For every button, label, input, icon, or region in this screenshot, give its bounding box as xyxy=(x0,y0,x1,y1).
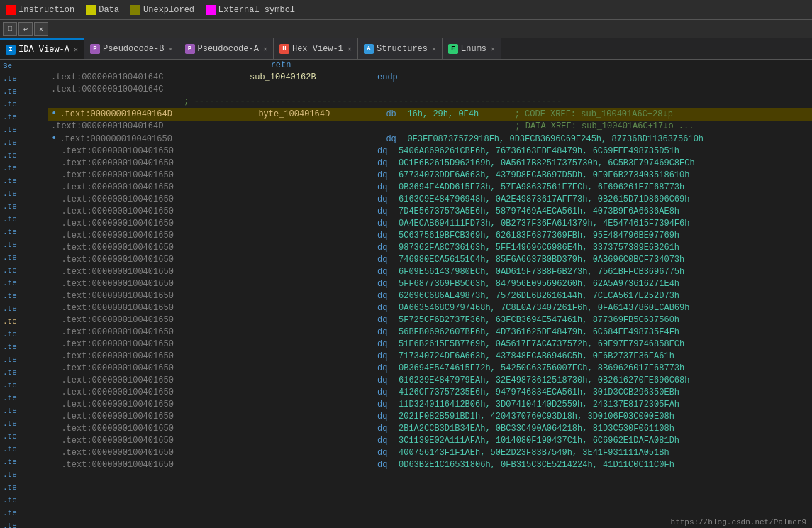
label: sub_10040162B xyxy=(250,72,377,84)
sidebar-item[interactable]: .te xyxy=(0,379,48,392)
addr: .text:0000000100401650 xyxy=(51,314,250,326)
legend-data: Data xyxy=(86,5,119,15)
sidebar-item[interactable]: .te xyxy=(0,302,48,315)
operands: 746980ECA56151C4h, 85F6A6637B0BD379h, 0A… xyxy=(399,254,684,266)
sidebar-item[interactable]: .te xyxy=(0,111,48,123)
sidebar-item[interactable]: .te xyxy=(0,251,48,264)
code-line-blank: .text:000000010040164C xyxy=(48,84,812,96)
sidebar-item-highlighted[interactable]: .te xyxy=(0,315,48,328)
sidebar-item[interactable]: .te xyxy=(0,430,48,443)
sidebar-item[interactable]: .te xyxy=(0,507,48,519)
byte-label: byte_10040164D xyxy=(258,109,386,121)
mnemonic: dq xyxy=(377,182,399,194)
mnemonic: dq xyxy=(377,278,399,290)
code-line-dq: .text:0000000100401650 dq 5F725CF6B2737F… xyxy=(48,314,812,326)
sidebar-item[interactable]: .te xyxy=(0,366,48,379)
tab-ida-label: IDA View-A xyxy=(18,45,69,55)
operands: 5C6375619BFCB369h, 626183F6877369FBh, 95… xyxy=(399,230,679,242)
sidebar-item[interactable]: .te xyxy=(0,405,48,417)
mnemonic: dq xyxy=(377,339,399,351)
dot-marker: • xyxy=(51,133,57,145)
sidebar-item[interactable]: .te xyxy=(0,238,48,251)
sidebar-item[interactable]: Se xyxy=(0,60,48,72)
sidebar-item[interactable]: .te xyxy=(0,481,48,494)
sidebar-item[interactable]: .te xyxy=(0,494,48,507)
data-label: Data xyxy=(99,5,119,15)
tab-pseudocode-b[interactable]: P Pseudocode-B ✕ xyxy=(84,38,179,60)
sidebar-item[interactable]: .te xyxy=(0,213,48,226)
addr: .text:000000010040164C xyxy=(51,72,250,84)
tab-ida-view-a[interactable]: I IDA View-A ✕ xyxy=(0,38,84,60)
code-line-highlighted: • .text:000000010040164D byte_10040164D … xyxy=(48,108,812,121)
sidebar-item[interactable]: .te xyxy=(0,136,48,149)
mnemonic: dq xyxy=(377,411,399,423)
sidebar-item[interactable]: .te xyxy=(0,468,48,481)
status-url: https://blog.csdn.net/Palmer9 xyxy=(671,518,806,527)
tab-structures[interactable]: A Structures ✕ xyxy=(358,38,443,60)
operands: 6163C9E484796948h, 0A2E49873617AFF73h, 0… xyxy=(399,194,689,206)
tab-hex-view[interactable]: H Hex View-1 ✕ xyxy=(274,38,358,60)
sidebar-item[interactable]: .te xyxy=(0,353,48,366)
sidebar-item[interactable]: .te xyxy=(0,443,48,456)
mnemonic: dq xyxy=(377,230,399,242)
code-line-comment: .text:000000010040164D ; DATA XREF: sub_… xyxy=(48,121,812,133)
sidebar-item[interactable]: .te xyxy=(0,328,48,341)
toolbar-btn-2[interactable]: ↩ xyxy=(18,22,33,36)
tab-ida-icon: I xyxy=(6,45,16,55)
tab-hex-close[interactable]: ✕ xyxy=(347,45,352,53)
code-line-dq: .text:0000000100401650 dq 51E6B2615E5B77… xyxy=(48,339,812,351)
tab-enums[interactable]: E Enums ✕ xyxy=(443,38,501,60)
sidebar-item[interactable]: .te xyxy=(0,149,48,162)
tab-enums-icon: E xyxy=(448,44,458,54)
sidebar-item[interactable]: .te xyxy=(0,98,48,111)
tab-ida-close[interactable]: ✕ xyxy=(74,45,78,54)
code-line-dq: .text:0000000100401650 dq 7D4E56737573A5… xyxy=(48,206,812,218)
operands: 0B3694E5474615F72h, 54250C63756007FCh, 8… xyxy=(399,363,684,375)
tab-hex-icon: H xyxy=(279,44,289,54)
mnemonic: dq xyxy=(377,290,399,302)
addr-highlighted: .text:000000010040164D xyxy=(60,109,258,121)
sidebar-item[interactable]: .te xyxy=(0,226,48,238)
sidebar-item[interactable]: .te xyxy=(0,456,48,468)
operands: 2021F082B591BD1h, 4204370760C93D18h, 3D0… xyxy=(399,411,674,423)
addr xyxy=(51,60,271,72)
tab-struct-close[interactable]: ✕ xyxy=(432,45,436,53)
addr: .text:0000000100401650 xyxy=(51,411,250,423)
operands-db: 16h, 29h, 0F4h xyxy=(407,109,479,121)
sidebar-item[interactable]: .te xyxy=(0,72,48,85)
sidebar-item[interactable]: .te xyxy=(0,200,48,213)
addr: .text:000000010040164D xyxy=(51,121,250,133)
unexplored-label: Unexplored xyxy=(143,5,194,15)
sidebar-item[interactable]: .te xyxy=(0,187,48,200)
operands: 6F09E561437980ECh, 0AD615F73B8F6B273h, 7… xyxy=(399,266,684,278)
toolbar-btn-3[interactable]: ✕ xyxy=(34,22,48,36)
sidebar-item[interactable]: .te xyxy=(0,123,48,136)
tab-pseudo-b-close[interactable]: ✕ xyxy=(168,45,172,53)
mnemonic: dq xyxy=(377,254,399,266)
sidebar-item[interactable]: .te xyxy=(0,264,48,277)
sidebar-item[interactable]: .te xyxy=(0,162,48,175)
mnemonic: dq xyxy=(377,326,399,339)
tab-enums-close[interactable]: ✕ xyxy=(491,45,495,53)
dot-marker: • xyxy=(51,108,57,120)
operands: 5FF6877369FB5C63h, 847956E095696260h, 62… xyxy=(399,278,679,290)
tab-pseudocode-a[interactable]: P Pseudocode-A ✕ xyxy=(179,38,274,60)
sidebar-item[interactable]: .te xyxy=(0,175,48,187)
tab-pseudo-a-close[interactable]: ✕ xyxy=(263,45,267,53)
sidebar-item[interactable]: .te xyxy=(0,392,48,405)
sidebar-item[interactable]: .te xyxy=(0,277,48,290)
code-area[interactable]: retn .text:000000010040164C sub_10040162… xyxy=(48,60,812,528)
toolbar-btn-1[interactable]: □ xyxy=(3,22,17,36)
code-line-dq: .text:0000000100401650 dq 717340724DF6A6… xyxy=(48,351,812,363)
operands: 4126CF73757235E6h, 9479746834ECA561h, 30… xyxy=(399,387,679,399)
addr: .text:0000000100401650 xyxy=(51,435,250,447)
sidebar-item[interactable]: .te xyxy=(0,519,48,528)
sidebar-item[interactable]: .te xyxy=(0,417,48,430)
mnemonic: dq xyxy=(377,399,399,411)
sidebar-item[interactable]: .te xyxy=(0,290,48,302)
tab-pseudo-a-label: Pseudocode-A xyxy=(198,44,259,54)
sidebar-item[interactable]: .te xyxy=(0,85,48,98)
operands: 0F3FE08737572918Fh, 0D3FCB3696C69E245h, … xyxy=(407,133,703,145)
sidebar-item[interactable]: .te xyxy=(0,341,48,353)
code-line-dq: .text:0000000100401650 dq 67734073DDF6A6… xyxy=(48,170,812,182)
